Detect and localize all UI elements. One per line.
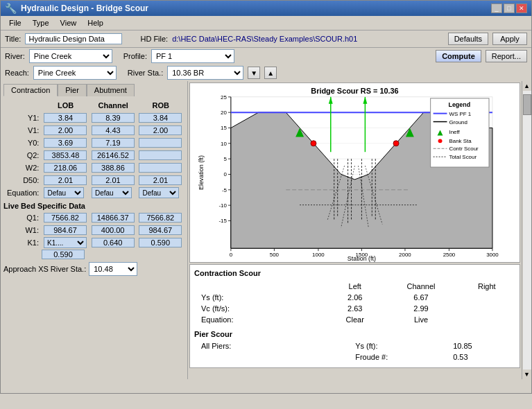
pier-froude-row: Froude #: 0.53 xyxy=(196,352,514,362)
river-sta-select[interactable]: 10.36 BR xyxy=(167,66,243,80)
q1-rob[interactable] xyxy=(139,213,182,223)
content-area: Contraction Pier Abutment LOB Channel RO… xyxy=(1,81,531,379)
menu-help[interactable]: Help xyxy=(82,17,109,28)
svg-text:500: 500 xyxy=(270,252,280,258)
table-row: Y1: xyxy=(3,112,185,124)
legend-ineff: Ineff xyxy=(449,129,460,135)
restore-button[interactable]: □ xyxy=(504,3,515,13)
up-arrow-button[interactable]: ▲ xyxy=(264,67,277,79)
k1-rob[interactable] xyxy=(139,238,182,247)
y0-label: Y0: xyxy=(3,137,42,149)
k1-lob-value[interactable] xyxy=(42,250,85,259)
bank-sta-left xyxy=(311,141,316,146)
scour-table: Left Channel Right Ys (ft): 2.06 6.67 xyxy=(194,280,515,326)
svg-text:25: 25 xyxy=(221,94,227,101)
q2-rob[interactable] xyxy=(139,150,182,160)
q1-lob[interactable] xyxy=(44,213,87,223)
col-lob: LOB xyxy=(42,99,89,112)
equation-lob-select[interactable]: Defau xyxy=(44,187,84,198)
tab-pier[interactable]: Pier xyxy=(58,84,87,96)
menu-type[interactable]: Type xyxy=(27,17,55,28)
chart-title: Bridge Scour RS = 10.36 xyxy=(311,87,398,95)
contraction-scour-header: Contraction Scour xyxy=(194,269,515,277)
scrollbar-right[interactable]: ▲ ▼ xyxy=(522,81,531,379)
equation-scour-row: Equation: Clear Live xyxy=(196,315,514,324)
river-sta-label: River Sta.: xyxy=(128,69,163,77)
froude-value: 0.53 xyxy=(447,352,514,362)
approach-label: Approach XS River Sta.: xyxy=(3,265,86,273)
tab-abutment[interactable]: Abutment xyxy=(87,84,135,96)
y0-channel[interactable] xyxy=(92,138,135,148)
svg-text:15: 15 xyxy=(221,125,227,131)
legend-ws: WS PF 1 xyxy=(449,111,471,117)
y0-rob[interactable] xyxy=(139,138,182,148)
d50-rob[interactable] xyxy=(139,175,182,185)
report-button[interactable]: Report... xyxy=(486,50,527,62)
d50-lob[interactable] xyxy=(44,175,87,185)
y1-rob[interactable] xyxy=(139,113,182,123)
legend-title: Legend xyxy=(448,101,470,108)
tab-contraction[interactable]: Contraction xyxy=(3,84,58,96)
profile-select[interactable]: PF 1 xyxy=(151,49,234,63)
y1-lob[interactable] xyxy=(44,113,87,123)
w2-channel[interactable] xyxy=(92,163,135,173)
w1-channel[interactable] xyxy=(92,225,135,235)
river-label: River: xyxy=(5,52,25,60)
w2-lob[interactable] xyxy=(44,163,87,173)
y0-lob[interactable] xyxy=(44,138,87,148)
col-empty-header xyxy=(196,281,326,291)
equation-rob-select[interactable]: Defau xyxy=(139,187,179,198)
close-button[interactable]: ✕ xyxy=(516,3,527,13)
ys-left: 2.06 xyxy=(327,293,383,302)
vc-right-empty xyxy=(460,304,514,313)
q2-label: Q2: xyxy=(3,149,42,162)
equation-row: Equation: Defau Defau xyxy=(3,186,185,199)
q2-lob[interactable] xyxy=(44,150,87,160)
table-row: V1: xyxy=(3,124,185,137)
compute-button[interactable]: Compute xyxy=(436,50,481,62)
v1-lob[interactable] xyxy=(44,125,87,135)
equation-channel-select[interactable]: Defau xyxy=(92,187,132,198)
menu-view[interactable]: View xyxy=(55,17,83,28)
v1-channel[interactable] xyxy=(92,125,135,135)
pier-empty xyxy=(196,352,348,362)
scroll-up-button[interactable]: ▲ xyxy=(522,81,531,91)
toolbar-row2: River: Pine Creek Profile: PF 1 Compute … xyxy=(1,48,531,64)
minimize-button[interactable]: _ xyxy=(491,3,502,13)
vc-label: Vc (ft/s): xyxy=(196,304,326,313)
down-arrow-button[interactable]: ▼ xyxy=(248,67,260,79)
menu-file[interactable]: File xyxy=(3,17,27,28)
k1-channel[interactable] xyxy=(92,238,135,247)
svg-text:1000: 1000 xyxy=(312,252,325,258)
ys-row: Ys (ft): 2.06 6.67 xyxy=(196,293,514,302)
k1-lob-value-row xyxy=(42,250,185,259)
legend-ground: Ground xyxy=(449,119,467,125)
scroll-down-button[interactable]: ▼ xyxy=(522,369,531,379)
w1-rob[interactable] xyxy=(139,225,182,235)
q1-channel[interactable] xyxy=(92,213,135,223)
d50-channel[interactable] xyxy=(92,175,135,185)
bottom-panel: Contraction Scour Left Channel Right Ys … xyxy=(189,264,520,368)
col-rob: ROB xyxy=(137,99,185,112)
vc-channel: 2.99 xyxy=(384,304,458,313)
y1-channel[interactable] xyxy=(92,113,135,123)
q2-channel[interactable] xyxy=(92,150,135,160)
channel-col-header: Channel xyxy=(384,281,458,291)
w2-rob[interactable] xyxy=(139,163,182,173)
legend-contr: Contr Scour xyxy=(449,146,479,152)
w1-lob[interactable] xyxy=(44,225,87,235)
river-select[interactable]: Pine Creek xyxy=(29,49,112,63)
title-input[interactable] xyxy=(25,33,122,44)
defaults-button[interactable]: Defaults xyxy=(448,33,488,45)
pier-scour-table: All Piers: Ys (ft): 10.85 Froude #: 0.53 xyxy=(194,340,515,363)
reach-select[interactable]: Pine Creek xyxy=(33,66,117,80)
approach-select[interactable]: 10.48 xyxy=(89,262,137,276)
v1-rob[interactable] xyxy=(139,125,182,135)
toolbar-row3: Reach: Pine Creek River Sta.: 10.36 BR ▼… xyxy=(1,64,531,81)
equation-scour-label: Equation: xyxy=(196,315,326,324)
k1-lob-select[interactable]: K1.... xyxy=(44,237,87,248)
y1-label: Y1: xyxy=(3,112,42,124)
scroll-thumb[interactable] xyxy=(523,94,531,115)
chart-area: Bridge Scour RS = 10.36 Elevation (ft) S… xyxy=(189,82,520,263)
apply-button[interactable]: Apply xyxy=(492,33,527,45)
